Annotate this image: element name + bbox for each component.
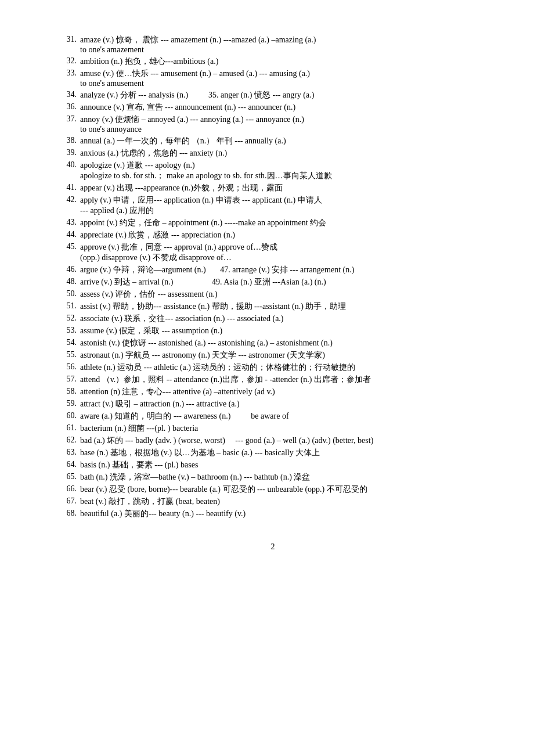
- entry-text-63: base (n.) 基地，根据地 (v.) 以…为基地 – basic (a.)…: [80, 448, 488, 458]
- entry-text-42: apply (v.) 申请，应用--- application (n.) 申请表…: [80, 195, 488, 206]
- entry-num-68: 68.: [58, 509, 80, 519]
- entry-text-59: attract (v.) 吸引 – attraction (n.) --- at…: [80, 399, 488, 409]
- entry-num-67: 67.: [58, 496, 80, 507]
- entry-num-33: 33.: [58, 69, 80, 79]
- entry-text-34-35: analyze (v.) 分析 --- analysis (n.) 35. an…: [80, 90, 488, 100]
- entry-37: 37. annoy (v.) 使烦恼 – annoyed (a.) --- an…: [58, 114, 488, 134]
- entry-34-35: 34. analyze (v.) 分析 --- analysis (n.) 35…: [58, 90, 488, 100]
- entry-42: 42. apply (v.) 申请，应用--- application (n.)…: [58, 195, 488, 216]
- entry-text-68: beautiful (a.) 美丽的--- beauty (n.) --- be…: [80, 509, 488, 519]
- entry-num-55: 55.: [58, 350, 80, 361]
- entry-num-56: 56.: [58, 362, 80, 373]
- entry-text-56: athlete (n.) 运动员 --- athletic (a.) 运动员的；…: [80, 362, 488, 373]
- entry-continuation-31: to one's amazement: [58, 45, 488, 55]
- entry-text-54: astonish (v.) 使惊讶 --- astonished (a.) --…: [80, 338, 488, 348]
- entry-num-46: 46.: [58, 265, 80, 275]
- entry-text-55: astronaut (n.) 字航员 --- astronomy (n.) 天文…: [80, 350, 488, 361]
- entry-50: 50. assess (v.) 评价，估价 --- assessment (n.…: [58, 289, 488, 300]
- entry-num-61: 61.: [58, 423, 80, 434]
- entry-33: 33. amuse (v.) 使…快乐 --- amusement (n.) –…: [58, 69, 488, 88]
- entry-41: 41. appear (v.) 出现 ---appearance (n.)外貌，…: [58, 183, 488, 193]
- entry-38: 38. annual (a.) 一年一次的，每年的 （n.） 年刊 --- an…: [58, 136, 488, 146]
- entry-53: 53. assume (v.) 假定，采取 --- assumption (n.…: [58, 326, 488, 336]
- entry-text-43: appoint (v.) 约定，任命 – appointment (n.) --…: [80, 218, 488, 228]
- entry-63: 63. base (n.) 基地，根据地 (v.) 以…为基地 – basic …: [58, 448, 488, 458]
- entry-num-40: 40.: [58, 160, 80, 171]
- entry-65: 65. bath (n.) 洗澡，浴室—bathe (v.) – bathroo…: [58, 472, 488, 483]
- entry-num-32: 32.: [58, 56, 80, 67]
- entry-59: 59. attract (v.) 吸引 – attraction (n.) --…: [58, 399, 488, 409]
- entry-54: 54. astonish (v.) 使惊讶 --- astonished (a.…: [58, 338, 488, 348]
- entry-text-51: assist (v.) 帮助，协助--- assistance (n.) 帮助，…: [80, 301, 488, 312]
- entry-continuation-45: (opp.) disapprove (v.) 不赞成 disapprove of…: [58, 253, 488, 263]
- entry-64: 64. basis (n.) 基础，要素 --- (pl.) bases: [58, 460, 488, 470]
- entry-continuation-42: --- applied (a.) 应用的: [58, 206, 488, 216]
- entry-num-44: 44.: [58, 230, 80, 240]
- entry-num-66: 66.: [58, 484, 80, 495]
- entry-num-31: 31.: [58, 35, 80, 45]
- entry-58: 58. attention (n) 注意，专心--- attentive (a)…: [58, 387, 488, 397]
- entry-text-53: assume (v.) 假定，采取 --- assumption (n.): [80, 326, 488, 336]
- entry-text-67: beat (v.) 敲打，跳动，打赢 (beat, beaten): [80, 496, 488, 507]
- entry-text-40: apologize (v.) 道歉 --- apology (n.): [80, 160, 488, 171]
- entry-32: 32. ambition (n.) 抱负，雄心---ambitious (a.): [58, 56, 488, 67]
- entry-56: 56. athlete (n.) 运动员 --- athletic (a.) 运…: [58, 362, 488, 373]
- entry-43: 43. appoint (v.) 约定，任命 – appointment (n.…: [58, 218, 488, 228]
- entry-text-39: anxious (a.) 忧虑的，焦急的 --- anxiety (n.): [80, 148, 488, 159]
- entry-45: 45. approve (v.) 批准，同意 --- approval (n.)…: [58, 242, 488, 263]
- entry-num-53: 53.: [58, 326, 80, 336]
- entry-46-47: 46. argue (v.) 争辩，辩论—argument (n.) 47. a…: [58, 265, 488, 275]
- entry-text-65: bath (n.) 洗澡，浴室—bathe (v.) – bathroom (n…: [80, 472, 488, 483]
- entry-text-36: announce (v.) 宣布, 宣告 --- announcement (n…: [80, 102, 488, 113]
- entry-67: 67. beat (v.) 敲打，跳动，打赢 (beat, beaten): [58, 496, 488, 507]
- entry-num-37: 37.: [58, 114, 80, 125]
- entry-num-65: 65.: [58, 472, 80, 483]
- entry-text-38: annual (a.) 一年一次的，每年的 （n.） 年刊 --- annual…: [80, 136, 488, 146]
- entry-48-49: 48. arrive (v.) 到达 – arrival (n.) 49. As…: [58, 277, 488, 287]
- entry-num-50: 50.: [58, 289, 80, 300]
- entry-continuation-40: apologize to sb. for sth.； make an apolo…: [58, 171, 488, 181]
- entry-61: 61. bacterium (n.) 细菌 ---(pl. ) bacteria: [58, 423, 488, 434]
- entry-text-66: bear (v.) 忍受 (bore, borne)--- bearable (…: [80, 484, 488, 495]
- entry-39: 39. anxious (a.) 忧虑的，焦急的 --- anxiety (n.…: [58, 148, 488, 159]
- entry-num-38: 38.: [58, 136, 80, 146]
- entry-text-60: aware (a.) 知道的，明白的 --- awareness (n.) be…: [80, 411, 488, 422]
- entry-continuation-37: to one's annoyance: [58, 125, 488, 134]
- page-number: 2: [58, 542, 488, 552]
- entry-text-33: amuse (v.) 使…快乐 --- amusement (n.) – amu…: [80, 69, 488, 79]
- entry-text-58: attention (n) 注意，专心--- attentive (a) –at…: [80, 387, 488, 397]
- entry-num-58: 58.: [58, 387, 80, 397]
- entry-text-37: annoy (v.) 使烦恼 – annoyed (a.) --- annoyi…: [80, 114, 488, 125]
- entry-text-46-47: argue (v.) 争辩，辩论—argument (n.) 47. arran…: [80, 265, 488, 275]
- entry-text-52: associate (v.) 联系，交往--- association (n.)…: [80, 314, 488, 324]
- entry-text-44: appreciate (v.) 欣赏，感激 --- appreciation (…: [80, 230, 488, 240]
- entry-num-39: 39.: [58, 148, 80, 159]
- entry-num-36: 36.: [58, 102, 80, 113]
- entry-num-62: 62.: [58, 435, 80, 446]
- entry-num-51: 51.: [58, 301, 80, 312]
- entry-continuation-33: to one's amusement: [58, 79, 488, 88]
- entry-57: 57. attend （v.）参加，照料 -- attendance (n.)出…: [58, 375, 488, 385]
- entry-36: 36. announce (v.) 宣布, 宣告 --- announcemen…: [58, 102, 488, 113]
- entry-31: 31. amaze (v.) 惊奇， 震惊 --- amazement (n.)…: [58, 35, 488, 55]
- entry-num-54: 54.: [58, 338, 80, 348]
- entry-num-60: 60.: [58, 411, 80, 422]
- entry-68: 68. beautiful (a.) 美丽的--- beauty (n.) --…: [58, 509, 488, 519]
- entry-text-41: appear (v.) 出现 ---appearance (n.)外貌，外观；出…: [80, 183, 488, 193]
- entry-num-52: 52.: [58, 314, 80, 324]
- entry-list: 31. amaze (v.) 惊奇， 震惊 --- amazement (n.)…: [58, 35, 488, 519]
- entry-60: 60. aware (a.) 知道的，明白的 --- awareness (n.…: [58, 411, 488, 422]
- entry-num-41: 41.: [58, 183, 80, 193]
- entry-66: 66. bear (v.) 忍受 (bore, borne)--- bearab…: [58, 484, 488, 495]
- entry-text-64: basis (n.) 基础，要素 --- (pl.) bases: [80, 460, 488, 470]
- entry-num-42: 42.: [58, 195, 80, 206]
- entry-51: 51. assist (v.) 帮助，协助--- assistance (n.)…: [58, 301, 488, 312]
- entry-num-59: 59.: [58, 399, 80, 409]
- entry-num-45: 45.: [58, 242, 80, 253]
- entry-num-64: 64.: [58, 460, 80, 470]
- entry-num-57: 57.: [58, 375, 80, 385]
- entry-text-31: amaze (v.) 惊奇， 震惊 --- amazement (n.) ---…: [80, 35, 488, 45]
- entry-num-43: 43.: [58, 218, 80, 228]
- entry-text-62: bad (a.) 坏的 --- badly (adv. ) (worse, wo…: [80, 435, 488, 446]
- entry-text-45: approve (v.) 批准，同意 --- approval (n.) app…: [80, 242, 488, 253]
